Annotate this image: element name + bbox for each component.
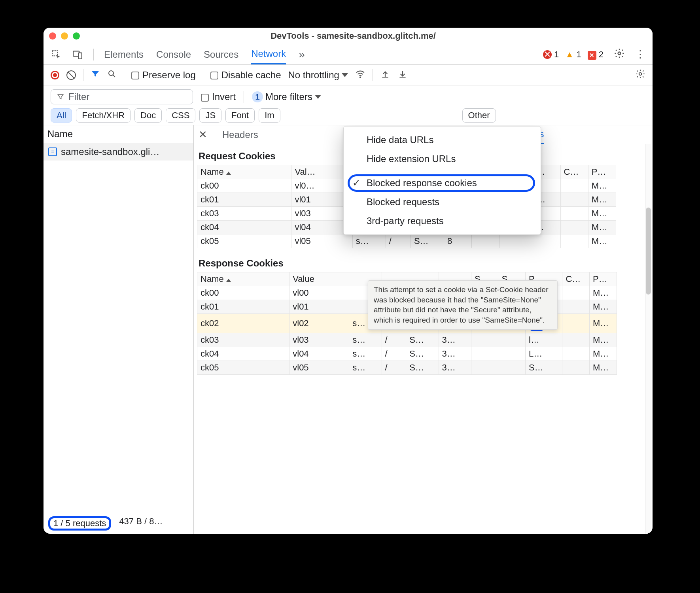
table-cell: vl01 (289, 300, 349, 314)
menu-item-hide-extension-urls[interactable]: Hide extension URLs (344, 149, 541, 168)
menu-item-hide-data-urls[interactable]: Hide data URLs (344, 130, 541, 149)
table-cell: / (382, 333, 406, 347)
close-detail-icon[interactable]: ✕ (199, 128, 210, 141)
highlight-ring (348, 174, 535, 192)
table-cell: ck03 (197, 333, 289, 347)
svg-point-4 (109, 71, 114, 76)
scrollbar-thumb[interactable] (646, 208, 651, 295)
sort-asc-icon (226, 279, 231, 282)
table-cell: 8 (444, 234, 472, 248)
col-priority[interactable]: P… (589, 272, 617, 286)
tab-console[interactable]: Console (156, 44, 191, 64)
throttling-select[interactable]: No throttling (288, 70, 348, 81)
table-cell: S… (406, 361, 439, 375)
separator (83, 69, 83, 81)
separator (124, 69, 124, 81)
table-cell: S… (406, 333, 439, 347)
table-row[interactable]: ck04vl04s…/S…3…L…M… (197, 347, 649, 361)
close-window-icon[interactable] (49, 32, 56, 40)
minimize-window-icon[interactable] (61, 32, 68, 40)
record-button-icon[interactable] (51, 71, 59, 79)
filter-toggle-icon[interactable] (91, 69, 100, 81)
col-value[interactable]: Value (289, 272, 349, 286)
request-list-header-name[interactable]: Name (44, 125, 193, 143)
menu-item-blocked-requests[interactable]: Blocked requests (344, 193, 541, 212)
chip-all[interactable]: All (51, 108, 72, 123)
table-cell (560, 193, 588, 207)
devtools-window: DevTools - samesite-sandbox.glitch.me/ E… (44, 28, 653, 534)
request-row[interactable]: ≡ samesite-sandbox.gli… (44, 143, 193, 161)
blocked-cookie-tooltip: This attempt to set a cookie via a Set-C… (368, 280, 558, 330)
menu-item-3rd-party-requests[interactable]: 3rd-party requests (344, 212, 541, 230)
table-cell: M… (588, 193, 616, 207)
split-pane: Name ≡ samesite-sandbox.gli… 1 / 5 reque… (44, 125, 653, 534)
clear-button-icon[interactable] (66, 70, 76, 80)
table-cell (471, 361, 498, 375)
chevron-down-icon (342, 73, 348, 77)
issues-badge[interactable]: ✕ 2 (588, 49, 604, 60)
tab-elements[interactable]: Elements (104, 44, 144, 64)
chip-font[interactable]: Font (225, 108, 255, 123)
network-conditions-icon[interactable] (355, 69, 365, 81)
table-cell: / (382, 361, 406, 375)
table-cell: vl00 (289, 286, 349, 300)
zoom-window-icon[interactable] (73, 32, 80, 40)
more-options-icon[interactable]: ⋮ (635, 48, 645, 60)
col-name[interactable]: Name (197, 272, 289, 286)
menu-item-blocked-response-cookies[interactable]: Blocked response cookies (344, 174, 541, 193)
col-partition[interactable]: C… (560, 165, 588, 179)
settings-icon[interactable] (614, 48, 625, 61)
table-cell (560, 207, 588, 221)
network-settings-icon[interactable] (635, 69, 645, 81)
separator (203, 69, 203, 81)
warning-icon: ▲ (565, 50, 574, 59)
table-cell (499, 234, 527, 248)
network-toolbar: Preserve log Disable cache No throttling (44, 65, 653, 85)
col-name[interactable]: Name (197, 165, 291, 179)
table-cell (471, 333, 498, 347)
chip-other[interactable]: Other (462, 108, 496, 123)
requests-count-highlight: 1 / 5 requests (48, 516, 111, 531)
table-cell: 3… (439, 361, 471, 375)
table-cell (498, 333, 526, 347)
table-cell (562, 300, 590, 314)
checkbox-icon (210, 72, 218, 79)
table-row[interactable]: ck03vl03s…/S…3…l…M… (197, 333, 649, 347)
table-cell (562, 333, 590, 347)
requests-count: 1 / 5 requests (53, 518, 106, 528)
col-priority[interactable]: P… (588, 165, 616, 179)
chip-doc[interactable]: Doc (134, 108, 162, 123)
scrollbar[interactable] (645, 144, 651, 534)
chip-css[interactable]: CSS (166, 108, 195, 123)
warnings-badge[interactable]: ▲ 1 (565, 49, 581, 60)
tab-sources[interactable]: Sources (204, 44, 238, 64)
table-row[interactable]: ck05vl05s…/S…8M… (197, 234, 649, 248)
inspect-element-icon[interactable] (51, 49, 62, 60)
checkbox-icon (201, 94, 209, 102)
chip-fetch-xhr[interactable]: Fetch/XHR (76, 108, 131, 123)
more-filters-dropdown[interactable]: 1 More filters (252, 91, 321, 102)
tab-network[interactable]: Network (251, 44, 286, 64)
filter-input[interactable]: Filter (51, 89, 193, 104)
tab-overflow-icon[interactable]: » (299, 44, 305, 64)
titlebar: DevTools - samesite-sandbox.glitch.me/ (44, 28, 653, 44)
download-har-icon[interactable] (397, 69, 408, 81)
table-cell: L… (526, 347, 562, 361)
table-row[interactable]: ck05vl05s…/S…3…S…M… (197, 361, 649, 375)
upload-har-icon[interactable] (380, 69, 390, 81)
preserve-log-checkbox[interactable]: Preserve log (131, 70, 196, 81)
table-cell: M… (588, 221, 616, 234)
disable-cache-checkbox[interactable]: Disable cache (210, 70, 281, 81)
table-cell: / (382, 347, 406, 361)
invert-checkbox[interactable]: Invert (201, 91, 236, 102)
errors-badge[interactable]: ✕ 1 (543, 49, 559, 60)
col-partition[interactable]: C… (562, 272, 590, 286)
chip-js[interactable]: JS (199, 108, 221, 123)
device-toolbar-icon[interactable] (72, 49, 83, 60)
search-icon[interactable] (107, 69, 117, 81)
table-cell: S… (411, 234, 444, 248)
chip-img[interactable]: Im (259, 108, 280, 123)
table-cell: vl05 (289, 361, 349, 375)
tab-headers[interactable]: Headers (222, 125, 258, 144)
table-cell: 3… (439, 347, 471, 361)
